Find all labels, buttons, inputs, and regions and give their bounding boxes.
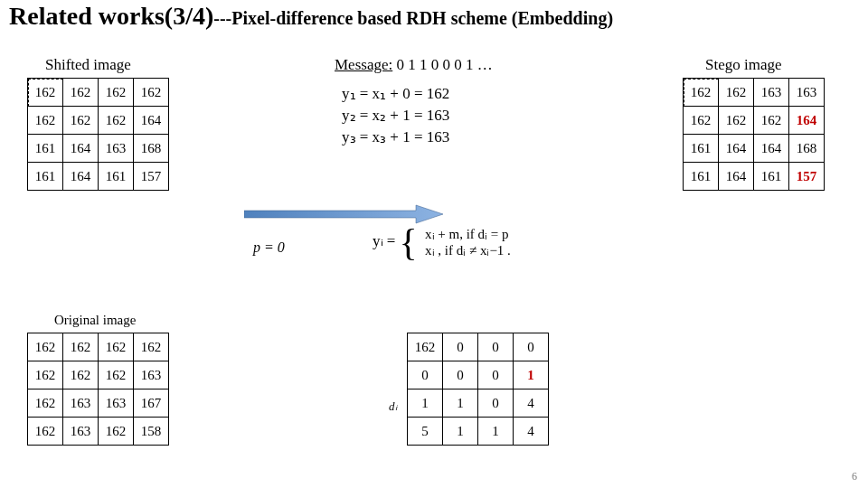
shifted-image-table: 162 162 162 162 162 162 162 164 161 164 … xyxy=(27,78,169,191)
cell: 161 xyxy=(99,163,134,191)
cell: 162 xyxy=(28,333,63,361)
p-equals-zero: p = 0 xyxy=(253,239,285,256)
cell: 157 xyxy=(134,163,169,191)
cell: 164 xyxy=(134,107,169,135)
cell: 1 xyxy=(408,389,443,418)
eq-y1: y₁ = x₁ + 0 = 162 xyxy=(342,83,449,105)
title-main: Related works(3/4) xyxy=(9,2,213,30)
cell: 161 xyxy=(684,163,719,191)
stego-image-table: 162 162 163 163 162 162 162 164 161 164 … xyxy=(683,78,825,191)
cell: 164 xyxy=(63,163,99,191)
cell: 162 xyxy=(134,333,169,361)
cell: 163 xyxy=(789,79,825,107)
brace-icon: { xyxy=(400,223,418,261)
cell: 162 xyxy=(63,79,99,107)
cell: 5 xyxy=(408,418,443,446)
cell: 4 xyxy=(514,418,549,446)
cell: 162 xyxy=(28,79,63,107)
cell: 162 xyxy=(99,418,134,446)
cell: 161 xyxy=(28,135,63,163)
cell: 168 xyxy=(134,135,169,163)
cell: 1 xyxy=(443,389,478,418)
cell: 1 xyxy=(514,361,549,389)
cell: 161 xyxy=(684,135,719,163)
cell: 158 xyxy=(134,418,169,446)
cell: 162 xyxy=(99,79,134,107)
cell: 163 xyxy=(134,361,169,389)
cell: 157 xyxy=(789,163,825,191)
formula-lhs: yᵢ = xyxy=(373,232,395,249)
cell: 161 xyxy=(28,163,63,191)
cell: 0 xyxy=(443,361,478,389)
cell: 168 xyxy=(789,135,825,163)
original-image-table: 162 162 162 162 162 162 162 163 162 163 … xyxy=(27,333,169,446)
shifted-label: Shifted image xyxy=(45,56,131,74)
cell: 162 xyxy=(134,79,169,107)
cell: 1 xyxy=(443,418,478,446)
cell: 162 xyxy=(684,107,719,135)
formula-line1: xᵢ + m, if dᵢ = p xyxy=(425,226,511,242)
cell: 0 xyxy=(443,333,478,361)
cell: 0 xyxy=(514,333,549,361)
difference-table: 162 0 0 0 0 0 0 1 1 1 0 4 5 1 1 4 xyxy=(407,333,549,446)
cell: 162 xyxy=(99,107,134,135)
cell: 164 xyxy=(789,107,825,135)
cell: 161 xyxy=(754,163,789,191)
svg-marker-0 xyxy=(244,205,443,223)
page-number: 6 xyxy=(852,470,857,483)
cell: 0 xyxy=(408,361,443,389)
cell: 162 xyxy=(754,107,789,135)
cell: 162 xyxy=(28,107,63,135)
embedding-equations: y₁ = x₁ + 0 = 162 y₂ = x₂ + 1 = 163 y₃ =… xyxy=(342,83,449,147)
cell: 162 xyxy=(719,79,754,107)
cell: 163 xyxy=(754,79,789,107)
cell: 164 xyxy=(719,135,754,163)
cell: 164 xyxy=(754,135,789,163)
cell: 162 xyxy=(63,107,99,135)
formula-line2: xᵢ , if dᵢ ≠ xᵢ−1 . xyxy=(425,242,511,258)
cell: 162 xyxy=(63,333,99,361)
cell: 162 xyxy=(28,361,63,389)
message-prefix: Message: xyxy=(335,56,392,73)
cell: 162 xyxy=(28,389,63,418)
title-sub: ---Pixel-difference based RDH scheme (Em… xyxy=(213,8,613,28)
original-label: Original image xyxy=(54,313,136,328)
cell: 163 xyxy=(63,418,99,446)
cell: 167 xyxy=(134,389,169,418)
cell: 162 xyxy=(719,107,754,135)
cell: 163 xyxy=(63,389,99,418)
cell: 164 xyxy=(719,163,754,191)
piecewise-formula: yᵢ = { xᵢ + m, if dᵢ = p xᵢ , if dᵢ ≠ xᵢ… xyxy=(373,223,511,261)
cell: 0 xyxy=(478,389,514,418)
cell: 0 xyxy=(478,361,514,389)
cell: 162 xyxy=(28,418,63,446)
stego-label: Stego image xyxy=(705,56,782,74)
cell: 163 xyxy=(99,135,134,163)
cell: 162 xyxy=(99,361,134,389)
cell: 164 xyxy=(63,135,99,163)
cell: 4 xyxy=(514,389,549,418)
cell: 163 xyxy=(99,389,134,418)
eq-y2: y₂ = x₂ + 1 = 163 xyxy=(342,105,449,127)
cell: 162 xyxy=(684,79,719,107)
cell: 1 xyxy=(478,418,514,446)
cell: 0 xyxy=(478,333,514,361)
eq-y3: y₃ = x₃ + 1 = 163 xyxy=(342,127,449,148)
cell: 162 xyxy=(99,333,134,361)
page-title: Related works(3/4)---Pixel-difference ba… xyxy=(9,2,613,31)
cell: 162 xyxy=(408,333,443,361)
cell: 162 xyxy=(63,361,99,389)
message-bits: 0 1 1 0 0 0 1 … xyxy=(396,56,492,73)
message-label: Message: 0 1 1 0 0 0 1 … xyxy=(335,56,493,74)
di-label: dᵢ xyxy=(389,399,397,414)
